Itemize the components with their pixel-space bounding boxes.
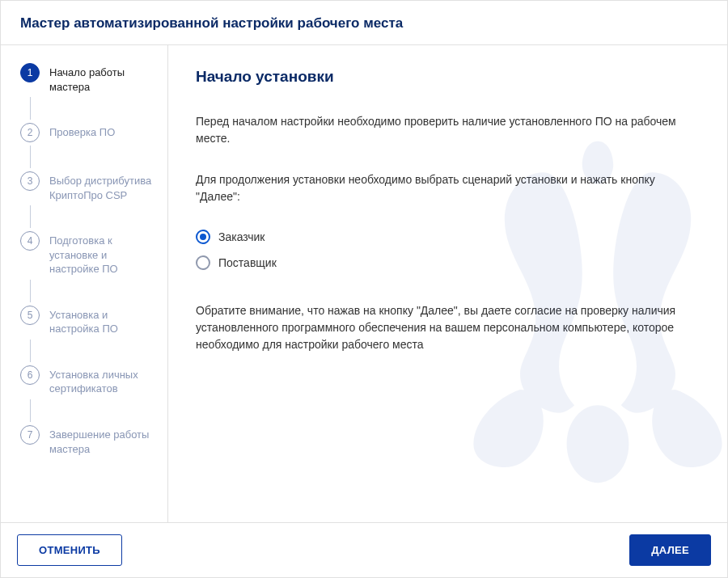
footer: ОТМЕНИТЬ ДАЛЕЕ xyxy=(1,522,727,577)
next-button[interactable]: ДАЛЕЕ xyxy=(629,534,711,566)
step-badge: 2 xyxy=(20,123,40,142)
step-badge: 4 xyxy=(20,231,40,251)
radio-indicator xyxy=(196,230,210,244)
step-connector xyxy=(30,97,31,120)
step-connector xyxy=(30,340,31,362)
content-para-1: Перед началом настройки необходимо прове… xyxy=(196,113,700,147)
step-6[interactable]: 6Установка личных сертификатов xyxy=(20,365,159,396)
step-connector xyxy=(30,399,31,422)
cancel-button[interactable]: ОТМЕНИТЬ xyxy=(17,534,122,566)
content: Начало установки Перед началом настройки… xyxy=(168,45,727,522)
step-badge: 7 xyxy=(20,425,40,445)
step-list: 1Начало работы мастера2Проверка ПО3Выбор… xyxy=(20,63,159,456)
step-2[interactable]: 2Проверка ПО xyxy=(20,123,159,142)
step-badge: 5 xyxy=(20,306,40,325)
step-1[interactable]: 1Начало работы мастера xyxy=(20,63,159,94)
body: 1Начало работы мастера2Проверка ПО3Выбор… xyxy=(1,45,727,522)
content-para-2: Для продолжения установки необходимо выб… xyxy=(196,171,700,205)
step-connector xyxy=(30,146,31,168)
radio-option-0[interactable]: Заказчик xyxy=(196,230,700,244)
content-note: Обратите внимание, что нажав на кнопку "… xyxy=(196,302,700,353)
header: Мастер автоматизированной настройки рабо… xyxy=(1,1,727,45)
step-label: Установка и настройка ПО xyxy=(49,306,159,336)
step-badge: 3 xyxy=(20,171,40,191)
scenario-radio-group: ЗаказчикПоставщик xyxy=(196,230,700,270)
step-5[interactable]: 5Установка и настройка ПО xyxy=(20,306,159,336)
window-title: Мастер автоматизированной настройки рабо… xyxy=(20,15,708,32)
sidebar: 1Начало работы мастера2Проверка ПО3Выбор… xyxy=(1,45,168,522)
step-connector xyxy=(30,280,31,302)
step-3[interactable]: 3Выбор дистрибутива КриптоПро CSP xyxy=(20,171,159,202)
step-label: Завершение работы мастера xyxy=(49,425,159,456)
step-label: Установка личных сертификатов xyxy=(49,365,159,396)
radio-option-1[interactable]: Поставщик xyxy=(196,255,700,270)
step-label: Подготовка к установке и настройке ПО xyxy=(49,231,159,276)
wizard-window: Мастер автоматизированной настройки рабо… xyxy=(0,0,728,578)
radio-indicator xyxy=(196,255,210,270)
radio-label: Заказчик xyxy=(218,230,265,243)
step-4[interactable]: 4Подготовка к установке и настройке ПО xyxy=(20,231,159,276)
step-label: Проверка ПО xyxy=(49,123,115,140)
step-badge: 1 xyxy=(20,63,40,82)
step-label: Начало работы мастера xyxy=(49,63,159,94)
content-heading: Начало установки xyxy=(196,68,700,86)
step-badge: 6 xyxy=(20,365,40,385)
step-7[interactable]: 7Завершение работы мастера xyxy=(20,425,159,456)
step-label: Выбор дистрибутива КриптоПро CSP xyxy=(49,171,159,202)
radio-label: Поставщик xyxy=(218,256,277,269)
step-connector xyxy=(30,205,31,228)
